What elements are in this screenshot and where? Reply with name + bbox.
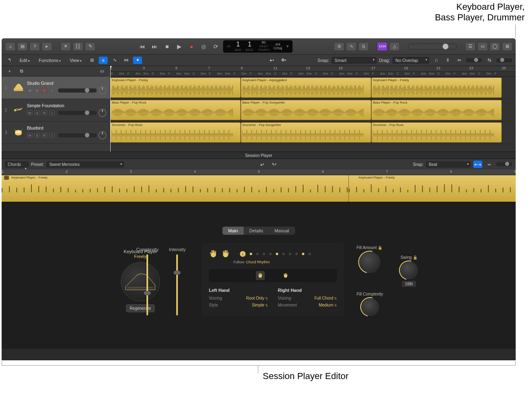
step-dot[interactable] <box>276 253 278 255</box>
browser-icon[interactable]: ⊞ <box>502 42 512 51</box>
play-button[interactable]: ▶ <box>173 42 185 51</box>
rewind-button[interactable]: ⏮ <box>137 42 148 51</box>
fill-amount-knob[interactable] <box>359 251 380 273</box>
sp-zoom-slider[interactable] <box>496 162 512 166</box>
forward-button[interactable]: ⏭ <box>149 42 160 51</box>
lock-icon[interactable]: 🔓 <box>378 246 382 250</box>
left-voicing-value[interactable]: Root Only <box>246 296 268 300</box>
session-icon[interactable]: ✦ <box>133 57 142 64</box>
step-dot[interactable] <box>308 253 311 255</box>
step-dot[interactable] <box>295 253 298 255</box>
track-header[interactable]: 2 Simple Foundation M S R I <box>2 99 110 121</box>
step-dot[interactable] <box>282 253 285 255</box>
step-dots[interactable]: 1 <box>240 251 311 257</box>
library-icon[interactable]: ♫ <box>5 42 16 51</box>
track-header[interactable]: 3 Bluebird M S R I <box>2 121 110 144</box>
settings-icon[interactable]: ☀ <box>60 42 71 51</box>
edit-menu[interactable]: Edit▾ <box>16 57 33 64</box>
list-icon[interactable]: ☰ <box>465 42 476 51</box>
cycle-button[interactable]: ⟳ <box>210 42 222 51</box>
count-in-button[interactable]: 1234 <box>377 42 388 51</box>
left-hand-icon[interactable] <box>209 249 218 258</box>
region[interactable]: Keyboard Player - Freely <box>371 77 502 98</box>
global-tracks-icon[interactable]: ▭ <box>98 68 106 75</box>
track-pan[interactable] <box>98 86 106 95</box>
record-button[interactable]: ● <box>186 42 197 51</box>
vzoom-icon[interactable]: ⇕ <box>443 57 452 64</box>
snap-select[interactable]: Smart <box>332 57 377 64</box>
drag-select[interactable]: No Overlap <box>392 57 429 64</box>
session-region[interactable]: Keyboard Player - Freely <box>2 175 348 202</box>
chords-select[interactable]: Chords <box>5 161 29 168</box>
left-hand-tab[interactable] <box>256 271 265 280</box>
tab-details[interactable]: Details <box>244 227 269 235</box>
vzoom-slider[interactable] <box>466 58 482 62</box>
mute-button[interactable]: M <box>27 88 33 93</box>
automation-view-icon[interactable]: ∿ <box>110 57 119 64</box>
capture-icon[interactable]: ◎ <box>198 42 209 51</box>
track-volume[interactable] <box>58 88 97 93</box>
step-dot[interactable] <box>269 253 272 255</box>
right-hand-icon[interactable] <box>221 249 230 258</box>
functions-menu[interactable]: Functions▾ <box>35 57 64 64</box>
region[interactable]: Drummer - Pop Songwriter <box>241 122 371 143</box>
region[interactable]: Bass Player - Pop Songwriter <box>241 100 371 120</box>
step-dot[interactable] <box>256 253 259 255</box>
swing-value-chip[interactable]: 16th <box>402 281 416 287</box>
session-region-area[interactable]: Keyboard Player - FreelyKeyboard Player … <box>2 175 516 202</box>
track-pan[interactable] <box>98 131 106 139</box>
region[interactable]: Drummer - Pop Rock <box>110 122 241 143</box>
session-ruler[interactable]: 123456789 <box>2 170 516 175</box>
input-button[interactable]: I <box>49 88 55 93</box>
sp-pencil-tool[interactable]: ✎▾ <box>270 161 279 168</box>
list-view-icon[interactable]: ≡ <box>99 57 108 64</box>
view-menu[interactable]: View▾ <box>66 57 85 64</box>
mixer-icon[interactable]: ▤ <box>17 42 28 51</box>
step-dot[interactable] <box>289 253 291 255</box>
hzoom-icon[interactable]: ⇔ <box>454 57 463 64</box>
tab-manual[interactable]: Manual <box>269 227 295 235</box>
sp-pointer-tool[interactable]: ▸▾ <box>258 161 267 168</box>
mute-button[interactable]: M <box>27 133 33 138</box>
tab-main[interactable]: Main <box>222 227 244 235</box>
solo-button[interactable]: S <box>34 110 40 115</box>
pointer-tool[interactable]: ▸▾ <box>268 57 277 64</box>
master-volume[interactable] <box>408 44 457 49</box>
right-hand-tab[interactable] <box>281 271 290 280</box>
sp-snap-select[interactable]: Beat <box>426 161 471 168</box>
region[interactable]: Keyboard Player - Arpeggiated <box>241 77 371 98</box>
sp-hzoom-icon[interactable]: ⇔ <box>485 161 494 168</box>
step-dot[interactable] <box>302 253 304 255</box>
lcd-display[interactable]: 00 1BAR 1BEAT 80KEEPTEMPO 4/4Cmaj ▾ <box>223 40 292 53</box>
complexity-slider[interactable] <box>146 254 148 315</box>
cycle-toggle[interactable]: ⊘ <box>334 42 344 51</box>
hzoom-slider[interactable] <box>496 58 512 62</box>
region[interactable]: Drummer - Pop Rock <box>371 122 502 143</box>
track-volume[interactable] <box>58 111 97 115</box>
notes-icon[interactable]: ▭ <box>477 42 488 51</box>
back-icon[interactable]: ↰ <box>5 57 14 64</box>
region[interactable]: Bass Player - Pop Rock <box>371 100 502 120</box>
right-voicing-value[interactable]: Full Chord <box>315 296 337 300</box>
solo-button[interactable]: S <box>34 133 40 138</box>
tuner-icon[interactable]: ∿ <box>346 42 357 51</box>
flex-icon[interactable]: ⋈ <box>122 57 131 64</box>
grid-icon[interactable]: ⊞ <box>87 57 96 64</box>
mute-button[interactable]: M <box>27 110 33 115</box>
step-dot[interactable] <box>263 253 265 255</box>
arrange-area[interactable]: 135791113151719212325 CDmFAmEmCDmFAmEmCD… <box>110 66 516 152</box>
track-header[interactable]: 1 Studio Grand M S R I <box>2 77 110 99</box>
tool-icon[interactable]: ✎ <box>85 42 95 51</box>
fill-complexity-knob[interactable] <box>361 298 379 316</box>
waveform-zoom-icon[interactable]: ⎍ <box>432 57 441 64</box>
right-movement-value[interactable]: Medium <box>319 303 337 307</box>
solo-icon[interactable]: S <box>358 42 369 51</box>
record-enable-button[interactable]: R <box>42 88 47 93</box>
step-dot[interactable] <box>250 253 252 255</box>
swing-knob[interactable] <box>400 261 418 279</box>
duplicate-track-icon[interactable]: ⧉ <box>17 68 26 75</box>
link-zoom-icon[interactable]: ⇆ <box>485 57 494 64</box>
region[interactable]: Bass Player - Pop Rock <box>110 100 241 120</box>
track-pan[interactable] <box>98 109 106 117</box>
bar-ruler[interactable]: 135791113151719212325 <box>110 66 516 72</box>
